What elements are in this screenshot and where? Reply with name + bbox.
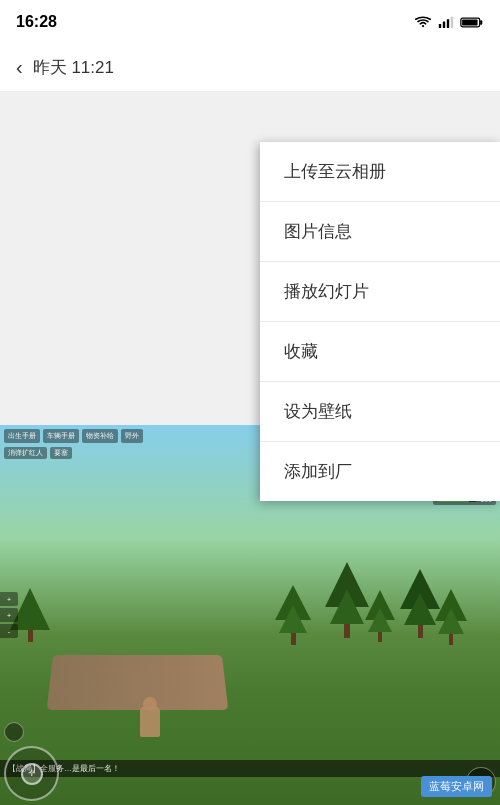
menu-item-slideshow-label: 播放幻灯片: [284, 282, 369, 301]
watermark-text: 蓝莓安卓网: [429, 780, 484, 792]
svg-rect-1: [443, 22, 445, 28]
context-menu-overlay: 上传至云相册 图片信息 播放幻灯片 收藏 设为壁纸 添加到厂: [0, 92, 500, 805]
status-time: 16:28: [16, 13, 57, 31]
menu-item-slideshow[interactable]: 播放幻灯片: [260, 262, 500, 322]
wifi-icon: [414, 15, 432, 29]
svg-rect-2: [447, 19, 449, 28]
status-bar: 16:28: [0, 0, 500, 44]
menu-item-image-info-label: 图片信息: [284, 222, 352, 241]
menu-item-add-to-label: 添加到厂: [284, 462, 352, 481]
menu-item-favorite[interactable]: 收藏: [260, 322, 500, 382]
nav-title: 昨天 11:21: [33, 56, 114, 79]
svg-rect-3: [451, 17, 453, 28]
menu-item-image-info[interactable]: 图片信息: [260, 202, 500, 262]
svg-rect-6: [462, 19, 477, 25]
signal-icon: [438, 15, 454, 29]
status-icons: [414, 15, 484, 29]
svg-rect-0: [439, 24, 441, 28]
menu-item-set-wallpaper-label: 设为壁纸: [284, 402, 352, 421]
nav-bar: ‹ 昨天 11:21: [0, 44, 500, 92]
menu-item-set-wallpaper[interactable]: 设为壁纸: [260, 382, 500, 442]
menu-item-upload-cloud[interactable]: 上传至云相册: [260, 142, 500, 202]
menu-item-add-to[interactable]: 添加到厂: [260, 442, 500, 501]
svg-rect-5: [480, 20, 482, 24]
menu-item-upload-cloud-label: 上传至云相册: [284, 162, 386, 181]
battery-icon: [460, 16, 484, 29]
main-content: 出生手册 车辆手册 物资补给 野外 消弹扩红人 要塞 136 11:35: [0, 92, 500, 805]
back-button[interactable]: ‹: [16, 56, 23, 79]
context-menu: 上传至云相册 图片信息 播放幻灯片 收藏 设为壁纸 添加到厂: [260, 142, 500, 501]
menu-item-favorite-label: 收藏: [284, 342, 318, 361]
watermark: 蓝莓安卓网: [421, 776, 492, 797]
